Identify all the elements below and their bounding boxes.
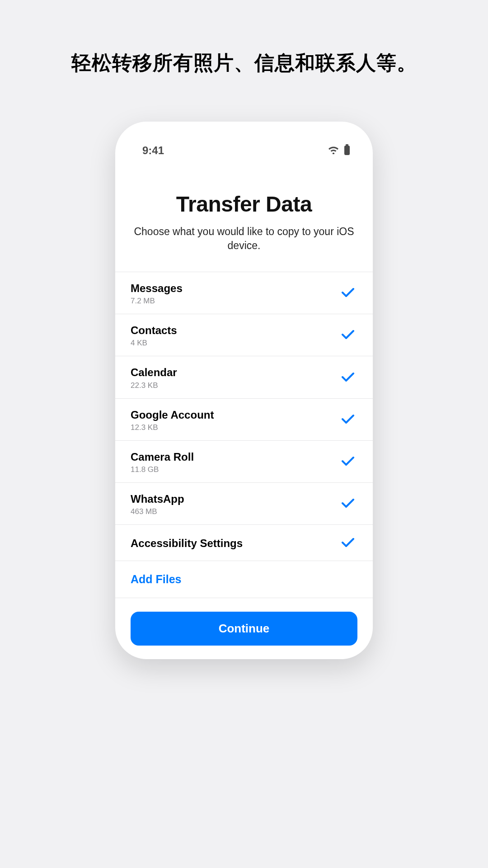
list-item[interactable]: Accessibility Settings [115,525,373,561]
status-time: 9:41 [142,144,164,157]
list-item-size: 12.3 KB [131,423,214,432]
page-heading: 轻松转移所有照片、信息和联系人等。 [0,0,488,76]
list-item-label: Accessibility Settings [131,536,243,550]
list-item-label: Google Account [131,408,214,422]
check-icon[interactable] [341,329,355,342]
check-icon[interactable] [341,287,355,300]
list-item-text: Accessibility Settings [131,536,243,550]
list-item-size: 11.8 GB [131,465,194,474]
status-icons [328,144,350,157]
phone-frame: 9:41 Transfer Data Choose what you would… [115,122,373,659]
list-item[interactable]: Contacts4 KB [115,314,373,356]
list-item-text: Contacts4 KB [131,323,177,348]
battery-icon [344,144,350,157]
transfer-list: Messages7.2 MBContacts4 KBCalendar22.3 K… [115,272,373,561]
list-item-text: WhatsApp463 MB [131,492,184,516]
list-item-label: Messages [131,281,183,295]
screen-subtitle: Choose what you would like to copy to yo… [115,225,373,253]
list-item-label: WhatsApp [131,492,184,506]
list-item-text: Camera Roll11.8 GB [131,450,194,474]
list-item[interactable]: Google Account12.3 KB [115,399,373,441]
list-item-size: 4 KB [131,339,177,348]
list-item-text: Messages7.2 MB [131,281,183,306]
list-item-size: 463 MB [131,507,184,516]
list-item-text: Google Account12.3 KB [131,408,214,432]
list-item-text: Calendar22.3 KB [131,365,177,390]
check-icon[interactable] [341,537,355,550]
status-bar: 9:41 [115,122,373,162]
list-item-label: Calendar [131,365,177,379]
add-files-row[interactable]: Add Files [115,561,373,598]
list-item-size: 7.2 MB [131,297,183,306]
list-item-size: 22.3 KB [131,381,177,390]
list-item-label: Camera Roll [131,450,194,464]
check-icon[interactable] [341,414,355,426]
list-item[interactable]: Camera Roll11.8 GB [115,441,373,483]
svg-rect-0 [346,144,348,146]
wifi-icon [328,145,339,156]
screen-title: Transfer Data [115,192,373,217]
list-item[interactable]: Calendar22.3 KB [115,356,373,398]
svg-rect-1 [344,146,350,155]
list-item-label: Contacts [131,323,177,337]
continue-button[interactable]: Continue [131,612,357,646]
check-icon[interactable] [341,456,355,468]
list-item[interactable]: Messages7.2 MB [115,272,373,314]
check-icon[interactable] [341,372,355,384]
check-icon[interactable] [341,498,355,510]
list-item[interactable]: WhatsApp463 MB [115,483,373,525]
add-files-button[interactable]: Add Files [131,573,182,585]
